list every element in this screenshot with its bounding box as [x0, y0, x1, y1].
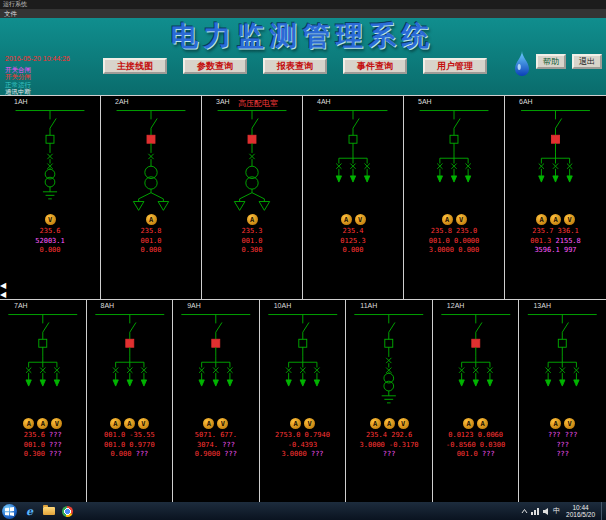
windows-flag-icon [5, 507, 14, 516]
nav-event-query-button[interactable]: 事件查询 [343, 58, 407, 74]
reading-value: 52003.1 [35, 237, 65, 245]
meter-row: AAV [536, 214, 575, 227]
single-line-diagram [303, 107, 403, 213]
reading-value: 0.300 [241, 246, 262, 254]
reading-value: 5071. [195, 431, 216, 439]
menu-item-file[interactable]: 文件 [4, 10, 17, 17]
ie-browser-icon[interactable]: e [21, 504, 38, 519]
bay-readings: 235.8 235.0 [431, 227, 477, 237]
help-button[interactable]: 帮助 [536, 54, 566, 69]
ammeter-icon: A [477, 418, 488, 429]
show-desktop-button[interactable] [601, 502, 606, 520]
meter-row: AAV [110, 418, 149, 431]
bay-readings: 235.6 ??? [24, 431, 62, 441]
screen: 运行系统 文件 电力监测管理系统 2016-05-20 10:44:26 开关合… [0, 0, 606, 520]
voltmeter-icon: V [45, 214, 56, 225]
nav-user-mgmt-button[interactable]: 用户管理 [423, 58, 487, 74]
diagram-area: 高压配电室 ◀ ◀ 1AHV235.652003.10.0002AHA235.8… [0, 95, 606, 502]
reading-value: 001.0 [24, 441, 45, 449]
nav-main-diagram-button[interactable]: 主接线图 [103, 58, 167, 74]
ammeter-icon: A [384, 418, 395, 429]
bay-label: 1AH [0, 96, 28, 107]
bay-readings: 001.0 -35.55 [104, 431, 155, 441]
ammeter-icon: A [341, 214, 352, 225]
reading-value: 001.0 [429, 237, 450, 245]
voltmeter-icon: V [564, 214, 575, 225]
reading-value: 001.0 [104, 431, 125, 439]
meter-row: V [45, 214, 56, 227]
app-header: 电力监测管理系统 2016-05-20 10:44:26 开关合闸 开关分闸 正… [0, 18, 606, 95]
nav-report-query-button[interactable]: 报表查询 [263, 58, 327, 74]
nav-param-query-button[interactable]: 参数查询 [183, 58, 247, 74]
single-line-diagram [173, 311, 259, 417]
meter-row: AV [341, 214, 366, 227]
window-title: 运行系统 [3, 1, 27, 7]
reading-value: 997 [564, 246, 577, 254]
bay-label: 8AH [87, 300, 115, 311]
ammeter-icon: A [146, 214, 157, 225]
meter-row: A [146, 214, 157, 227]
legend-item-closed: 开关合闸 [5, 66, 31, 73]
reading-value: 0.300 [24, 450, 45, 458]
exit-button[interactable]: 退出 [572, 54, 602, 69]
bay-label: 6AH [505, 96, 533, 107]
network-icon[interactable] [531, 507, 540, 515]
bay-readings: 0125.3 [340, 237, 365, 247]
reading-value: 001.0 [241, 237, 262, 245]
reading-value: -0.4393 [288, 441, 318, 449]
single-line-diagram [202, 107, 302, 213]
bay-label: 13AH [519, 300, 551, 311]
taskbar: e 中 10:44 2016/5/20 [0, 502, 606, 520]
taskbar-clock[interactable]: 10:44 2016/5/20 [566, 504, 595, 519]
meter-row: AV [290, 418, 315, 431]
reading-value: 292.6 [391, 431, 412, 439]
voltmeter-icon: V [51, 418, 62, 429]
reading-value: -0.8560 [446, 441, 476, 449]
bay-1AH: 1AHV235.652003.10.000 [0, 96, 101, 299]
bus-row-1: 1AHV235.652003.10.0002AHA235.8001.00.000… [0, 96, 606, 299]
start-button[interactable] [2, 504, 17, 519]
datetime-display: 2016-05-20 10:44:26 [5, 55, 70, 62]
single-line-diagram [0, 107, 100, 213]
file-explorer-icon[interactable] [40, 504, 57, 519]
reading-value: ??? [556, 450, 569, 458]
volume-icon[interactable] [543, 508, 550, 515]
reading-value: ??? [556, 441, 569, 449]
bay-readings: 235.4 292.6 [366, 431, 412, 441]
reading-value: 235.0 [456, 227, 477, 235]
bay-6AH: 6AHAAV235.7 336.1001.3 2155.83596.1 997 [505, 96, 606, 299]
bay-readings: 001.3 2155.8 [530, 237, 581, 247]
reading-value: ??? [383, 450, 396, 458]
reading-value: 3074. [197, 441, 218, 449]
toolbar: 主接线图 参数查询 报表查询 事件查询 用户管理 [103, 58, 487, 74]
ammeter-icon: A [124, 418, 135, 429]
tray-chevron-up-icon[interactable] [521, 508, 528, 514]
status-legend: 开关合闸 开关分闸 正常运行 通讯中断 [5, 66, 31, 95]
next-page-arrow-icon[interactable]: ◀ [0, 291, 6, 299]
bay-label: 7AH [0, 300, 28, 311]
bus-row-2: 7AHAAV235.6 ???001.0 ???0.300 ???8AHAAV0… [0, 299, 606, 502]
ammeter-icon: A [550, 418, 561, 429]
prev-page-arrow-icon[interactable]: ◀ [0, 282, 6, 290]
reading-value: ??? [136, 450, 149, 458]
reading-value: 235.4 [366, 431, 387, 439]
reading-value: 3.0000 [429, 246, 454, 254]
bay-readings: 001.0 ??? [457, 450, 495, 460]
bay-readings: ??? [556, 450, 569, 460]
bay-readings: 0.0123 0.0060 [448, 431, 503, 441]
ammeter-icon: A [203, 418, 214, 429]
single-line-diagram [87, 311, 173, 417]
bay-readings: 5071. 677. [195, 431, 237, 441]
bay-readings: 0.000 [342, 246, 363, 256]
input-language-indicator[interactable]: 中 [553, 506, 560, 516]
reading-value: 3.0000 [360, 441, 385, 449]
ammeter-icon: A [37, 418, 48, 429]
reading-value: 0.9770 [129, 441, 154, 449]
bay-readings: 0.300 [241, 246, 262, 256]
chrome-browser-icon[interactable] [59, 504, 76, 519]
ammeter-icon: A [463, 418, 474, 429]
reading-value: 3.0000 [281, 450, 306, 458]
single-line-diagram [433, 311, 519, 417]
voltmeter-icon: V [398, 418, 409, 429]
bay-readings: -0.4393 [288, 441, 318, 451]
